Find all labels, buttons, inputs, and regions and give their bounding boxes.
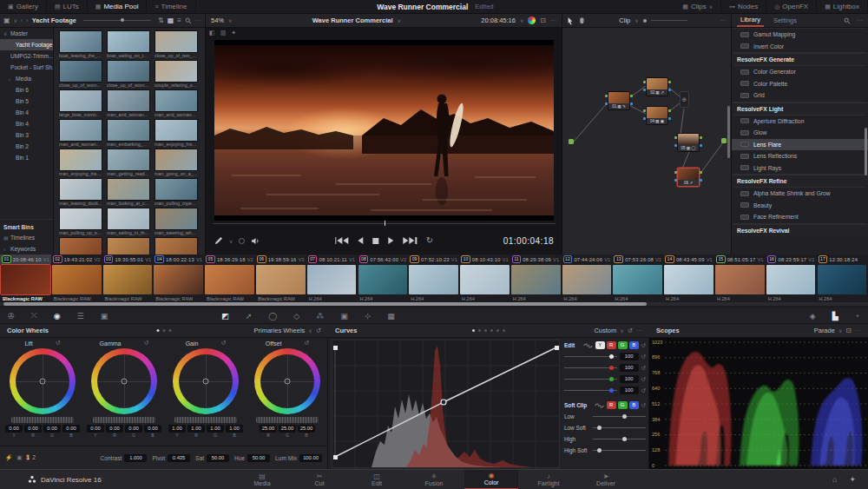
- fx-item-glow[interactable]: Glow: [733, 127, 866, 139]
- topbar-left-gallery-button[interactable]: ▣Gallery: [0, 0, 47, 13]
- fx-item-color-generator[interactable]: Color Generator: [733, 66, 866, 78]
- scopes-expand-icon[interactable]: ⊡: [845, 327, 852, 334]
- timeline-clip-thumbnail[interactable]: [460, 265, 510, 294]
- fx-item-face-refinement[interactable]: Face Refinement: [733, 211, 866, 223]
- fx-item-aperture-diffraction[interactable]: Aperture Diffraction: [733, 116, 866, 128]
- tracker-icon[interactable]: ⁂: [308, 312, 332, 320]
- page-tab-deliver[interactable]: ➤ Deliver: [579, 470, 633, 489]
- media-clip-man-enjoying-his[interactable]: man_enjoying_his...: [155, 119, 202, 148]
- media-clip-man-leaving-dock[interactable]: man_leaving_dock...: [59, 178, 107, 207]
- motion-effects-icon[interactable]: ▣: [93, 312, 117, 320]
- timeline-clip-thumbnail[interactable]: [562, 265, 612, 294]
- magic-mask-icon[interactable]: ▣: [332, 312, 357, 320]
- media-clip-man-looking-at-c[interactable]: man_looking_at_c...: [107, 178, 155, 207]
- edit-slider[interactable]: [564, 390, 617, 391]
- lift-color-wheel[interactable]: [10, 348, 76, 414]
- viewer-scrub-bar[interactable]: [206, 222, 562, 225]
- page-tab-edit[interactable]: ◫ Edit: [350, 470, 404, 489]
- viewer-more-icon[interactable]: ···: [550, 17, 556, 23]
- media-clip-thumbnail[interactable]: [59, 89, 102, 112]
- node-mode-select[interactable]: Clip: [619, 17, 630, 24]
- library-search-icon[interactable]: [844, 17, 851, 24]
- media-clip-man-pulling-up-s[interactable]: man_pulling_up_s...: [59, 208, 107, 236]
- fx-item-invert-color[interactable]: Invert Color: [733, 41, 866, 53]
- bin-item-pocket-surf-sh[interactable]: Pocket - Surf Sh...: [0, 62, 53, 73]
- lift-value-Y[interactable]: 0.00: [5, 425, 23, 433]
- expand-icon[interactable]: ⊡: [540, 17, 546, 24]
- param-sat-value[interactable]: 50.00: [207, 454, 229, 462]
- color-wheels-icon[interactable]: ◉: [46, 312, 69, 320]
- wheels-page-dots[interactable]: [157, 329, 172, 332]
- color-viewer-icon[interactable]: [528, 17, 536, 24]
- timeline-clip-02[interactable]: 02 19:43:21:02 V2 Blackmagic RAW: [51, 254, 102, 303]
- edit-channel-Y[interactable]: Y: [595, 341, 605, 349]
- softclip-channel-R[interactable]: R: [607, 401, 616, 409]
- timeline-clip-thumbnail[interactable]: [205, 265, 254, 294]
- media-clip-man-sailing-in-th[interactable]: man_sailing_in_th...: [107, 208, 155, 236]
- bin-item-bin-1[interactable]: Bin 1: [0, 152, 53, 163]
- timeline-clip-thumbnail[interactable]: [154, 265, 203, 294]
- curves-reset-icon[interactable]: ↺: [628, 327, 633, 334]
- library-more-icon[interactable]: ···: [857, 17, 863, 23]
- edit-reset-icon[interactable]: ↺: [641, 342, 646, 349]
- scopes-more-icon[interactable]: ···: [855, 327, 861, 334]
- output-node-dot[interactable]: [721, 138, 727, 143]
- wheels-page-1[interactable]: 1: [26, 454, 30, 460]
- lift-value-B[interactable]: 0.00: [62, 425, 80, 433]
- gamma-value-B[interactable]: 0.00: [144, 425, 161, 433]
- stop-button[interactable]: [372, 238, 378, 244]
- timeline-clip-13[interactable]: 13 07:53:26:08 V1 H.264: [612, 254, 663, 303]
- media-clip-thumbnail[interactable]: [155, 30, 198, 53]
- blur-icon[interactable]: ⊹: [357, 312, 380, 320]
- thumb-size-slider[interactable]: [83, 20, 151, 21]
- curves-icon[interactable]: ◩: [214, 312, 238, 320]
- bin-icon[interactable]: ▣: [3, 17, 10, 24]
- link-icon[interactable]: [583, 343, 593, 348]
- offset-master-wheel[interactable]: [256, 417, 319, 423]
- softclip-slider-low[interactable]: [593, 416, 646, 417]
- media-clip-thumbnail[interactable]: [155, 119, 198, 142]
- media-clip-man-steering-wh[interactable]: man_steering_wh...: [155, 208, 202, 236]
- media-clip-boat-leaving-the[interactable]: boat_leaving_the_...: [59, 30, 107, 59]
- media-clip-close-up-of-wom[interactable]: close_up_of_wom...: [107, 60, 155, 89]
- bin-item-bin-6[interactable]: Bin 6: [0, 84, 53, 96]
- media-clip-thumbnail[interactable]: [155, 178, 198, 201]
- fx-item-lens-reflections[interactable]: Lens Reflections: [733, 150, 866, 162]
- timeline-clip-thumbnail[interactable]: [613, 265, 662, 294]
- timeline-clip-04[interactable]: 04 18:00:22:13 V1 Blackmagic RAW: [153, 254, 204, 303]
- wheel-reset-icon[interactable]: ↺: [304, 340, 309, 347]
- edit-slider[interactable]: [564, 356, 617, 357]
- timeline-clip-12[interactable]: 12 07:44:24:06 V1 H.264: [562, 254, 613, 303]
- loop-button[interactable]: ↻: [426, 236, 433, 245]
- color-match-icon[interactable]: ⤫: [23, 311, 46, 320]
- media-clip-thumbnail[interactable]: [155, 208, 198, 230]
- video-canvas[interactable]: [214, 40, 554, 221]
- topbar-right-nodes-button[interactable]: ⊶Nodes: [721, 0, 766, 13]
- audio-icon[interactable]: [251, 237, 260, 245]
- node-graph-scrollbar[interactable]: [727, 106, 730, 158]
- wheel-center-handle[interactable]: [203, 379, 209, 385]
- node-bypass-icon[interactable]: [643, 19, 647, 23]
- gain-value-B[interactable]: 1.00: [226, 425, 243, 433]
- softclip-slider-high-soft[interactable]: [593, 450, 646, 451]
- playhead-marker[interactable]: [385, 221, 386, 226]
- wheels-page-2[interactable]: 2: [32, 454, 36, 460]
- topbar-left-media-pool-button[interactable]: ▦Media Pool: [88, 0, 148, 13]
- search-icon[interactable]: [185, 17, 192, 24]
- media-clip-thumbnail[interactable]: [59, 119, 102, 142]
- media-clip-thumbnail[interactable]: [107, 208, 150, 230]
- fx-item-color-palette[interactable]: Color Palette: [733, 78, 866, 90]
- topbar-left-timeline-button[interactable]: ≡Timeline: [147, 0, 195, 13]
- bin-item-bin-2[interactable]: Bin 2: [0, 141, 53, 152]
- timeline-clip-01[interactable]: 01 20:08:46:10 V1 Blackmagic RAW: [0, 254, 51, 303]
- bin-caret-icon[interactable]: ∨: [14, 17, 17, 23]
- media-clip-close-up-of-two[interactable]: close_up_of_two_...: [155, 30, 202, 59]
- gain-value-G[interactable]: 1.00: [207, 425, 224, 433]
- topbar-right-clips-button[interactable]: ▦Clips∨: [674, 0, 721, 13]
- media-clip-thumbnail[interactable]: [155, 89, 198, 112]
- bin-item-yacht-footage[interactable]: Yacht Footage: [0, 39, 53, 50]
- media-clip-man-enjoying-his[interactable]: man_enjoying_his...: [59, 149, 107, 177]
- media-clip-man-and-woman[interactable]: man_and_woman...: [59, 119, 107, 148]
- timeline-clip-thumbnail[interactable]: [818, 265, 867, 294]
- project-settings-icon[interactable]: ✦: [849, 475, 856, 484]
